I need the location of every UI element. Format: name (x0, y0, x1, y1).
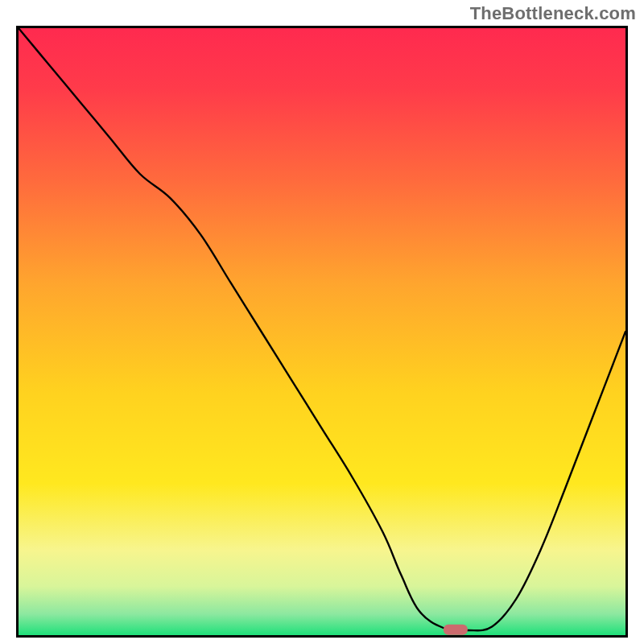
plot-area (16, 26, 628, 638)
watermark-text: TheBottleneck.com (470, 3, 636, 24)
chart-svg (19, 28, 625, 635)
optimal-point-marker (444, 625, 468, 635)
gradient-fill (19, 28, 625, 635)
chart-frame: TheBottleneck.com (0, 0, 644, 644)
